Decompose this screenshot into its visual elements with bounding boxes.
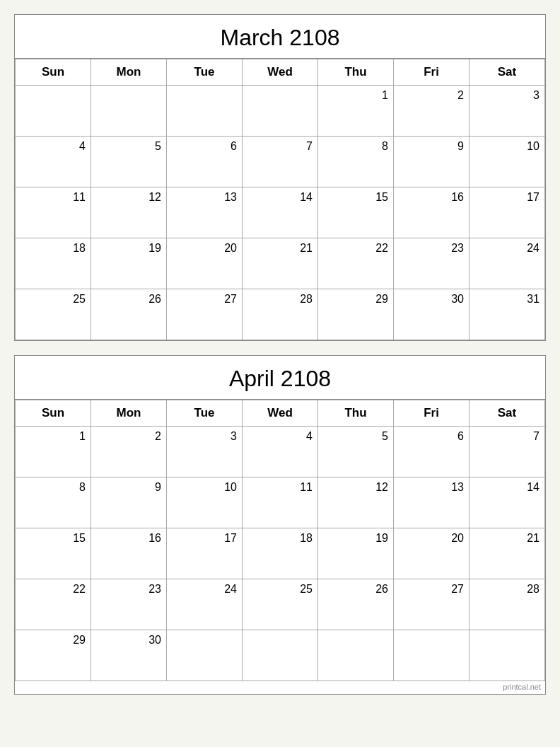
calendar-day bbox=[318, 630, 394, 681]
calendar-day: 7 bbox=[469, 427, 545, 477]
calendar-day: 30 bbox=[394, 289, 469, 340]
calendar-day: 1 bbox=[318, 86, 394, 137]
calendar-day bbox=[243, 630, 318, 681]
table-row: 891011121314 bbox=[16, 477, 545, 528]
calendar-day: 5 bbox=[91, 137, 167, 187]
march-header-sat: Sat bbox=[469, 59, 545, 86]
table-row: 25262728293031 bbox=[16, 289, 545, 340]
calendar-day: 19 bbox=[318, 528, 394, 579]
april-header-sun: Sun bbox=[16, 400, 91, 427]
march-header-tue: Tue bbox=[167, 59, 243, 86]
calendar-day: 10 bbox=[469, 137, 545, 187]
table-row: 22232425262728 bbox=[16, 579, 545, 630]
calendar-day: 6 bbox=[394, 427, 469, 477]
april-header-thu: Thu bbox=[318, 400, 394, 427]
april-header-wed: Wed bbox=[243, 400, 318, 427]
calendar-day: 27 bbox=[394, 579, 469, 630]
april-header-fri: Fri bbox=[394, 400, 469, 427]
calendar-day: 26 bbox=[318, 579, 394, 630]
calendar-day: 18 bbox=[16, 238, 91, 289]
calendar-day: 26 bbox=[91, 289, 167, 340]
calendar-day: 16 bbox=[394, 187, 469, 238]
calendar-day: 15 bbox=[16, 528, 91, 579]
calendar-day: 4 bbox=[16, 137, 91, 187]
table-row: 1234567 bbox=[16, 427, 545, 477]
march-header-sun: Sun bbox=[16, 59, 91, 86]
calendar-day: 12 bbox=[91, 187, 167, 238]
calendar-day: 18 bbox=[243, 528, 318, 579]
calendar-day: 27 bbox=[167, 289, 243, 340]
calendar-day: 10 bbox=[167, 477, 243, 528]
calendar-day: 29 bbox=[16, 630, 91, 681]
april-grid: Sun Mon Tue Wed Thu Fri Sat 123456789101… bbox=[15, 400, 545, 681]
calendar-day: 8 bbox=[318, 137, 394, 187]
calendar-day: 12 bbox=[318, 477, 394, 528]
calendar-day: 24 bbox=[469, 238, 545, 289]
calendar-day: 25 bbox=[16, 289, 91, 340]
april-body: 1234567891011121314151617181920212223242… bbox=[16, 427, 545, 681]
calendar-day: 20 bbox=[394, 528, 469, 579]
calendar-day: 14 bbox=[469, 477, 545, 528]
calendar-day: 17 bbox=[167, 528, 243, 579]
calendar-day bbox=[16, 86, 91, 137]
march-header-mon: Mon bbox=[91, 59, 167, 86]
calendar-day: 22 bbox=[16, 579, 91, 630]
calendar-day: 2 bbox=[91, 427, 167, 477]
calendar-day: 13 bbox=[167, 187, 243, 238]
april-header-row: Sun Mon Tue Wed Thu Fri Sat bbox=[16, 400, 545, 427]
calendar-day bbox=[167, 630, 243, 681]
calendar-day: 8 bbox=[16, 477, 91, 528]
calendar-day: 3 bbox=[167, 427, 243, 477]
calendar-day: 14 bbox=[243, 187, 318, 238]
calendar-day: 28 bbox=[243, 289, 318, 340]
calendar-day: 24 bbox=[167, 579, 243, 630]
calendar-day: 31 bbox=[469, 289, 545, 340]
calendar-day: 15 bbox=[318, 187, 394, 238]
april-header-sat: Sat bbox=[469, 400, 545, 427]
march-header-thu: Thu bbox=[318, 59, 394, 86]
calendar-day bbox=[469, 630, 545, 681]
april-header-tue: Tue bbox=[167, 400, 243, 427]
calendar-day: 23 bbox=[394, 238, 469, 289]
calendar-day: 6 bbox=[167, 137, 243, 187]
march-title: March 2108 bbox=[15, 15, 545, 59]
calendar-day: 9 bbox=[394, 137, 469, 187]
table-row: 2930 bbox=[16, 630, 545, 681]
calendar-day bbox=[394, 630, 469, 681]
calendar-day: 30 bbox=[91, 630, 167, 681]
calendar-day: 21 bbox=[243, 238, 318, 289]
calendar-day: 23 bbox=[91, 579, 167, 630]
march-header-wed: Wed bbox=[243, 59, 318, 86]
calendar-day: 5 bbox=[318, 427, 394, 477]
calendar-day: 20 bbox=[167, 238, 243, 289]
calendar-day: 29 bbox=[318, 289, 394, 340]
april-calendar: April 2108 Sun Mon Tue Wed Thu Fri Sat 1… bbox=[14, 355, 546, 695]
table-row: 45678910 bbox=[16, 137, 545, 187]
calendar-day: 11 bbox=[16, 187, 91, 238]
calendar-day: 22 bbox=[318, 238, 394, 289]
calendar-day: 19 bbox=[91, 238, 167, 289]
calendar-day: 25 bbox=[243, 579, 318, 630]
april-header-mon: Mon bbox=[91, 400, 167, 427]
table-row: 18192021222324 bbox=[16, 238, 545, 289]
calendar-day: 3 bbox=[469, 86, 545, 137]
calendar-day: 9 bbox=[91, 477, 167, 528]
calendar-day: 16 bbox=[91, 528, 167, 579]
march-body: 1234567891011121314151617181920212223242… bbox=[16, 86, 545, 340]
calendar-day: 17 bbox=[469, 187, 545, 238]
calendar-day bbox=[243, 86, 318, 137]
table-row: 123 bbox=[16, 86, 545, 137]
march-header-fri: Fri bbox=[394, 59, 469, 86]
table-row: 11121314151617 bbox=[16, 187, 545, 238]
table-row: 15161718192021 bbox=[16, 528, 545, 579]
calendar-day: 21 bbox=[469, 528, 545, 579]
calendar-day: 13 bbox=[394, 477, 469, 528]
watermark: printcal.net bbox=[15, 681, 545, 694]
march-grid: Sun Mon Tue Wed Thu Fri Sat 123456789101… bbox=[15, 59, 545, 340]
april-title: April 2108 bbox=[15, 356, 545, 400]
calendar-day: 28 bbox=[469, 579, 545, 630]
calendar-day bbox=[167, 86, 243, 137]
calendar-day: 4 bbox=[243, 427, 318, 477]
calendar-day bbox=[91, 86, 167, 137]
march-calendar: March 2108 Sun Mon Tue Wed Thu Fri Sat 1… bbox=[14, 14, 546, 341]
